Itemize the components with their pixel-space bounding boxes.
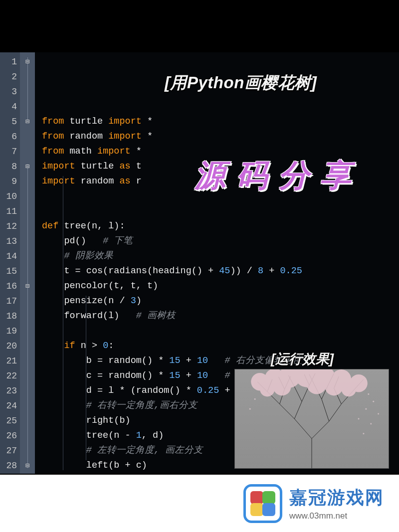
- line-number: 3: [0, 84, 17, 99]
- svg-point-12: [368, 393, 369, 395]
- code-line[interactable]: [42, 324, 399, 339]
- line-number: 17: [0, 294, 17, 309]
- svg-point-7: [273, 378, 291, 396]
- result-preview-image: [234, 369, 389, 469]
- svg-point-11: [341, 382, 356, 397]
- line-number: 5: [0, 114, 17, 129]
- code-line[interactable]: if n > 0:: [42, 339, 399, 354]
- line-number: 21: [0, 354, 17, 368]
- svg-point-17: [254, 398, 256, 400]
- svg-point-20: [363, 433, 364, 434]
- line-number: 25: [0, 413, 17, 428]
- fold-toggle-icon[interactable]: ⊟: [25, 458, 29, 473]
- line-number: 15: [0, 264, 17, 279]
- line-number: 13: [0, 234, 17, 249]
- code-line[interactable]: from turtle import *: [42, 114, 399, 129]
- line-number: 18: [0, 309, 17, 324]
- svg-point-18: [249, 408, 251, 410]
- brand-url: www.03mm.net: [289, 511, 347, 521]
- fold-toggle-icon[interactable]: ⊟: [25, 279, 29, 294]
- fold-toggle-icon[interactable]: ⊟: [25, 159, 29, 174]
- line-number: 20: [0, 339, 17, 354]
- line-number: 11: [0, 204, 17, 219]
- code-line[interactable]: forward(l) # 画树枝: [42, 309, 399, 324]
- line-number: 22: [0, 368, 17, 383]
- footer-watermark: 嘉冠游戏网 www.03mm.net: [0, 475, 399, 532]
- line-number: 2: [0, 69, 17, 84]
- fold-toggle-icon[interactable]: ⊟: [25, 54, 29, 69]
- code-line[interactable]: pd() # 下笔: [42, 234, 399, 249]
- line-number: 7: [0, 144, 17, 159]
- svg-point-15: [378, 413, 379, 415]
- line-number: 6: [0, 129, 17, 144]
- brand-name: 嘉冠游戏网: [289, 486, 384, 510]
- line-number: 26: [0, 428, 17, 443]
- svg-point-10: [260, 382, 275, 397]
- svg-point-13: [373, 401, 374, 402]
- line-number: 10: [0, 189, 17, 204]
- title-overlay: [用Python画樱花树]: [165, 72, 317, 94]
- fold-column: ⊟⊟⊟⊟⊟: [20, 52, 35, 474]
- line-number: 24: [0, 398, 17, 413]
- line-number-gutter: 1234567891011121314151617181920212223242…: [0, 52, 20, 474]
- code-line[interactable]: [42, 204, 399, 219]
- code-line[interactable]: def tree(n, l):: [42, 219, 399, 234]
- line-number: 27: [0, 443, 17, 458]
- svg-point-9: [325, 378, 343, 396]
- line-number: 8: [0, 159, 17, 174]
- result-label: [运行效果]: [271, 350, 334, 368]
- line-number: 19: [0, 324, 17, 339]
- svg-point-14: [365, 408, 367, 410]
- code-line[interactable]: # 阴影效果: [42, 249, 399, 264]
- code-line[interactable]: from random import *: [42, 129, 399, 144]
- code-line[interactable]: pencolor(t, t, t): [42, 279, 399, 294]
- line-number: 14: [0, 249, 17, 264]
- code-line[interactable]: pensize(n / 3): [42, 294, 399, 309]
- line-number: 28: [0, 458, 17, 473]
- line-number: 1: [0, 54, 17, 69]
- brand-logo-icon: [243, 484, 282, 523]
- code-line[interactable]: b = random() * 15 + 10 # 右分支偏转角度: [42, 354, 399, 368]
- fold-toggle-icon[interactable]: ⊟: [25, 114, 29, 129]
- share-overlay: 源码分享: [195, 155, 362, 196]
- svg-point-16: [370, 423, 372, 424]
- line-number: 16: [0, 279, 17, 294]
- line-number: 12: [0, 219, 17, 234]
- line-number: 4: [0, 99, 17, 114]
- line-number: 23: [0, 383, 17, 398]
- svg-point-8: [307, 374, 327, 394]
- code-line[interactable]: t = cos(radians(heading() + 45)) / 8 + 0…: [42, 264, 399, 279]
- line-number: 9: [0, 174, 17, 189]
- svg-point-19: [358, 418, 360, 420]
